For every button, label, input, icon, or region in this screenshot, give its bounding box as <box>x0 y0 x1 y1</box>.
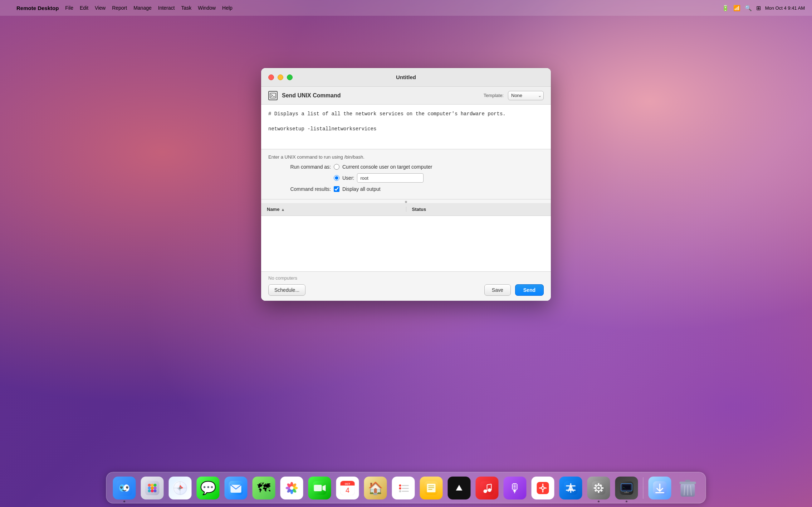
dock-appletv[interactable] <box>446 475 472 501</box>
svg-point-8 <box>127 487 127 488</box>
options-hint: Enter a UNIX command to run using /bin/b… <box>268 154 544 160</box>
dock-music[interactable] <box>474 475 500 501</box>
svg-point-15 <box>154 487 157 489</box>
user-radio[interactable] <box>334 175 339 181</box>
messages-icon: 💬 <box>197 477 220 499</box>
svg-point-76 <box>598 487 600 489</box>
svg-text:4: 4 <box>346 486 349 494</box>
dock-finder[interactable] <box>112 475 137 501</box>
send-button[interactable]: Send <box>515 284 544 296</box>
menu-file[interactable]: File <box>65 5 73 11</box>
svg-point-7 <box>121 487 122 488</box>
dock-remote-desktop[interactable]: >_ <box>614 475 640 501</box>
svg-rect-54 <box>427 484 436 492</box>
system-prefs-icon <box>587 477 610 499</box>
save-button[interactable]: Save <box>484 284 511 296</box>
maps-icon: 🗺 <box>253 477 275 499</box>
photos-icon <box>280 477 303 499</box>
menu-view[interactable]: View <box>95 5 106 11</box>
run-command-label: Run command as: <box>268 164 331 170</box>
svg-point-14 <box>151 487 154 489</box>
svg-rect-77 <box>598 483 600 485</box>
dock-system-prefs[interactable] <box>586 475 612 501</box>
toolbar-row: Send UNIX Command Template: None <box>261 87 551 105</box>
send-unix-command-window: Untitled Send UNIX Command Template: Non… <box>261 68 551 301</box>
template-select-wrap[interactable]: None <box>508 91 544 100</box>
svg-text:OCT: OCT <box>345 483 351 485</box>
controlcenter-icon[interactable]: ⊞ <box>756 5 761 11</box>
menu-window[interactable]: Window <box>198 5 216 11</box>
svg-point-25 <box>179 487 181 489</box>
sort-arrow-icon: ▲ <box>281 207 285 212</box>
dock-news[interactable] <box>530 475 556 501</box>
template-label: Template: <box>484 93 504 98</box>
dock-photos[interactable] <box>279 475 305 501</box>
reminders-icon <box>392 477 415 499</box>
svg-point-47 <box>399 484 401 487</box>
command-area[interactable]: # Displays a list of all the network ser… <box>261 105 551 149</box>
svg-point-37 <box>290 486 294 490</box>
menubar-app-name[interactable]: Remote Desktop <box>16 5 59 11</box>
window-title: Untitled <box>396 74 416 80</box>
dock-safari[interactable] <box>167 475 193 501</box>
maximize-button[interactable] <box>287 74 293 80</box>
dock-home[interactable]: 🏠 <box>363 475 388 501</box>
dock-trash[interactable] <box>675 475 701 501</box>
svg-point-10 <box>148 484 151 487</box>
svg-point-62 <box>488 488 491 492</box>
dock-podcasts[interactable]: 🎙 <box>502 475 528 501</box>
dock-messages[interactable]: 💬 <box>195 475 221 501</box>
news-icon <box>532 477 554 499</box>
menu-edit[interactable]: Edit <box>80 5 88 11</box>
template-select[interactable]: None <box>508 91 544 100</box>
table-header: Name ▲ Status <box>261 203 551 216</box>
svg-point-11 <box>151 484 154 487</box>
dock-separator <box>643 477 644 499</box>
search-icon[interactable]: 🔍 <box>745 5 752 11</box>
display-all-output-label[interactable]: Display all output <box>342 186 381 192</box>
finder-icon <box>113 477 136 499</box>
no-computers-text: No computers <box>268 275 544 281</box>
menu-manage[interactable]: Manage <box>133 5 152 11</box>
dock: 💬 🗺 <box>106 472 706 503</box>
close-button[interactable] <box>268 74 274 80</box>
svg-text:>_: >_ <box>623 486 626 489</box>
menu-task[interactable]: Task <box>181 5 191 11</box>
display-all-output-checkbox[interactable] <box>334 186 339 192</box>
dock-launchpad[interactable] <box>140 475 165 501</box>
finder-dot <box>123 501 125 502</box>
status-column-header[interactable]: Status <box>406 207 551 212</box>
dock-downloads[interactable] <box>647 475 673 501</box>
dock-reminders[interactable] <box>391 475 416 501</box>
schedule-button[interactable]: Schedule... <box>268 284 305 296</box>
menubar-time: Mon Oct 4 9:41 AM <box>765 5 805 11</box>
dock-mail[interactable] <box>223 475 249 501</box>
console-user-label[interactable]: Current console user on target computer <box>342 164 432 170</box>
svg-point-49 <box>399 487 401 489</box>
user-input[interactable] <box>357 173 424 183</box>
dock-notes[interactable] <box>419 475 444 501</box>
svg-rect-96 <box>680 482 696 484</box>
trash-icon <box>676 477 699 499</box>
menu-help[interactable]: Help <box>222 5 233 11</box>
table-body <box>261 216 551 271</box>
command-type-icon <box>268 91 278 100</box>
name-column-header[interactable]: Name ▲ <box>261 207 406 212</box>
command-textarea[interactable]: # Displays a list of all the network ser… <box>261 105 551 148</box>
downloads-icon <box>649 477 671 499</box>
menu-interact[interactable]: Interact <box>158 5 175 11</box>
remote-dot <box>626 501 627 502</box>
dock-calendar[interactable]: OCT 4 <box>335 475 361 501</box>
footer-section: No computers Schedule... Save Send <box>261 272 551 301</box>
appstore-icon <box>559 477 582 499</box>
dock-maps[interactable]: 🗺 <box>251 475 277 501</box>
computers-table: Name ▲ Status <box>261 203 551 272</box>
battery-icon: 🔋 <box>722 5 729 11</box>
svg-point-17 <box>151 489 154 492</box>
dock-appstore[interactable] <box>558 475 584 501</box>
dock-facetime[interactable] <box>307 475 333 501</box>
console-user-radio[interactable] <box>334 164 339 170</box>
minimize-button[interactable] <box>278 74 283 80</box>
svg-point-61 <box>484 489 487 493</box>
menu-report[interactable]: Report <box>112 5 127 11</box>
